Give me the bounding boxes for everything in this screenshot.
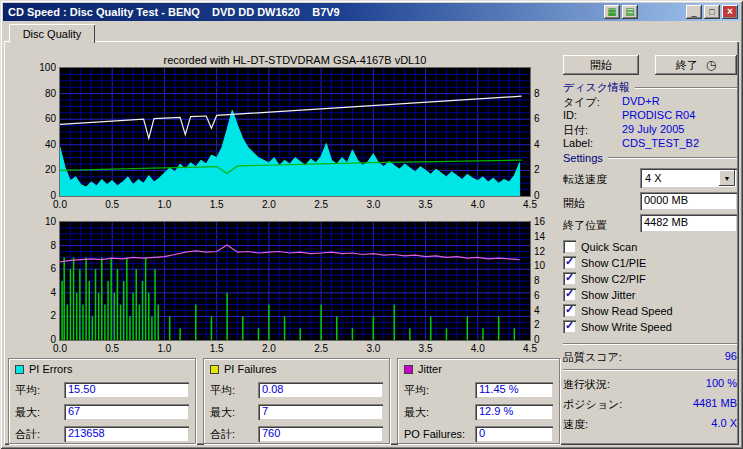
- start-button-label: 開始: [590, 58, 612, 73]
- checkbox-box: ✓: [563, 320, 576, 333]
- clock-icon: ◷: [706, 58, 716, 72]
- check-icon: ✓: [565, 256, 574, 267]
- disc-label-row: Label: CDS_TEST_B2: [563, 137, 737, 149]
- stat-label: 最大:: [210, 405, 235, 420]
- disc-label-value: CDS_TEST_B2: [622, 137, 699, 149]
- stat-row: 合計: 760: [210, 426, 383, 442]
- chevron-down-icon[interactable]: ▼: [719, 170, 735, 186]
- stat-value: 15.50: [64, 382, 189, 398]
- checkbox-show-jitter[interactable]: ✓ Show Jitter: [563, 288, 635, 301]
- stat-row: 最大: 7: [210, 404, 383, 420]
- stat-row: 最大: 12.9 %: [404, 404, 553, 420]
- grid-icon[interactable]: ▤: [622, 5, 638, 19]
- end-position-label: 終了位置: [563, 218, 607, 233]
- close-button[interactable]: ×: [722, 5, 738, 19]
- checkbox-box: [563, 240, 576, 253]
- position-row: ポジション: 4481 MB: [563, 397, 737, 412]
- checkbox-show-c1-pie[interactable]: ✓ Show C1/PIE: [563, 256, 646, 269]
- speed-combo[interactable]: 4 X ▼: [640, 168, 737, 188]
- pi-failures-title: PI Failures: [224, 363, 277, 375]
- checkbox-label: Quick Scan: [581, 241, 637, 253]
- checkbox-label: Show C1/PIE: [581, 257, 646, 269]
- quality-score-label: 品質スコア:: [563, 350, 622, 365]
- stat-value: 0.08: [258, 382, 383, 398]
- heading-rule: [635, 87, 737, 89]
- title-bar: CD Speed : Disc Quality Test - BENQ DVD …: [3, 3, 740, 21]
- tab-label: Disc Quality: [23, 28, 82, 40]
- progress-label: 進行状況:: [563, 377, 610, 392]
- checkbox-show-c2-pif[interactable]: ✓ Show C2/PIF: [563, 272, 646, 285]
- disc-label-label: Label:: [563, 137, 622, 149]
- stat-label: 平均:: [210, 383, 235, 398]
- speed-value: 4.0 X: [711, 417, 737, 432]
- pi-failures-header: PI Failures: [210, 362, 383, 376]
- pi-failures-box: PI Failures 平均: 0.08 最大: 7 合計: 760: [203, 358, 390, 444]
- stat-label: 合計:: [15, 427, 40, 442]
- disc-type-value: DVD+R: [622, 95, 660, 110]
- stat-value: 67: [64, 404, 189, 420]
- quality-score-row: 品質スコア: 96: [563, 350, 737, 365]
- check-icon: ✓: [565, 288, 574, 299]
- start-button[interactable]: 開始: [563, 55, 639, 75]
- disc-id-label: ID:: [563, 109, 622, 121]
- progress-row: 進行状況: 100 %: [563, 377, 737, 392]
- pi-failures-legend-icon: [210, 365, 219, 374]
- checkbox-quick-scan[interactable]: Quick Scan: [563, 240, 637, 253]
- jitter-header: Jitter: [404, 362, 553, 376]
- stat-value: 12.9 %: [475, 404, 553, 420]
- settings-heading-label: Settings: [563, 152, 603, 164]
- stat-row: 合計: 213658: [15, 426, 189, 442]
- heading-rule: [608, 157, 737, 159]
- jitter-legend-icon: [404, 365, 413, 374]
- checkbox-box: ✓: [563, 256, 576, 269]
- start-position-field[interactable]: 0000 MB: [640, 192, 737, 210]
- position-value: 4481 MB: [693, 397, 737, 412]
- position-label: ポジション:: [563, 397, 622, 412]
- stat-label: 平均:: [15, 383, 40, 398]
- stat-value: 760: [258, 426, 383, 442]
- divider: [563, 369, 737, 371]
- stop-button[interactable]: 終了 ◷: [655, 55, 737, 75]
- jitter-box: Jitter 平均: 11.45 % 最大: 12.9 % PO Failure…: [397, 358, 560, 444]
- stat-label: 平均:: [404, 383, 429, 398]
- stat-value: 213658: [64, 426, 189, 442]
- chart-icon[interactable]: ▦: [604, 5, 620, 19]
- divider: [563, 343, 737, 345]
- disc-date-value: 29 July 2005: [622, 123, 684, 138]
- maximize-button[interactable]: □: [704, 5, 720, 19]
- disc-info-heading: ディスク情報: [563, 80, 737, 95]
- window-title: CD Speed : Disc Quality Test - BENQ DVD …: [8, 6, 602, 18]
- stop-button-label: 終了: [676, 58, 698, 73]
- end-position-field[interactable]: 4482 MB: [640, 214, 737, 232]
- checkbox-label: Show Jitter: [581, 289, 635, 301]
- disc-id-row: ID: PRODISC R04: [563, 109, 737, 121]
- checkbox-box: ✓: [563, 288, 576, 301]
- speed-row: 速度: 4.0 X: [563, 417, 737, 432]
- pi-errors-title: PI Errors: [29, 363, 72, 375]
- stat-row: 平均: 0.08: [210, 382, 383, 398]
- speed-select-label: 転送速度: [563, 172, 607, 187]
- recorded-with-label: recorded with HL-DT-STDVDRAM GSA-4167B v…: [60, 54, 530, 66]
- checkbox-label: Show C2/PIF: [581, 273, 646, 285]
- quality-score-value: 96: [725, 350, 737, 365]
- checkbox-show-read-speed[interactable]: ✓ Show Read Speed: [563, 304, 673, 317]
- progress-value: 100 %: [706, 377, 737, 392]
- start-position-label: 開始: [563, 196, 585, 211]
- disc-date-row: 日付: 29 July 2005: [563, 123, 737, 138]
- stat-label: PO Failures:: [404, 428, 465, 440]
- stat-row: 平均: 11.45 %: [404, 382, 553, 398]
- pi-errors-legend-icon: [15, 365, 24, 374]
- disc-id-value: PRODISC R04: [622, 109, 695, 121]
- minimize-button[interactable]: _: [686, 5, 702, 19]
- stat-label: 最大:: [404, 405, 429, 420]
- checkbox-show-write-speed[interactable]: ✓ Show Write Speed: [563, 320, 672, 333]
- app-window: CD Speed : Disc Quality Test - BENQ DVD …: [0, 0, 743, 449]
- stat-value: 7: [258, 404, 383, 420]
- stat-value: 0: [475, 426, 553, 442]
- pi-errors-box: PI Errors 平均: 15.50 最大: 67 合計: 213658: [8, 358, 196, 444]
- check-icon: ✓: [565, 272, 574, 283]
- check-icon: ✓: [565, 304, 574, 315]
- checkbox-box: ✓: [563, 272, 576, 285]
- stat-value: 11.45 %: [475, 382, 553, 398]
- tab-disc-quality[interactable]: Disc Quality: [9, 24, 95, 43]
